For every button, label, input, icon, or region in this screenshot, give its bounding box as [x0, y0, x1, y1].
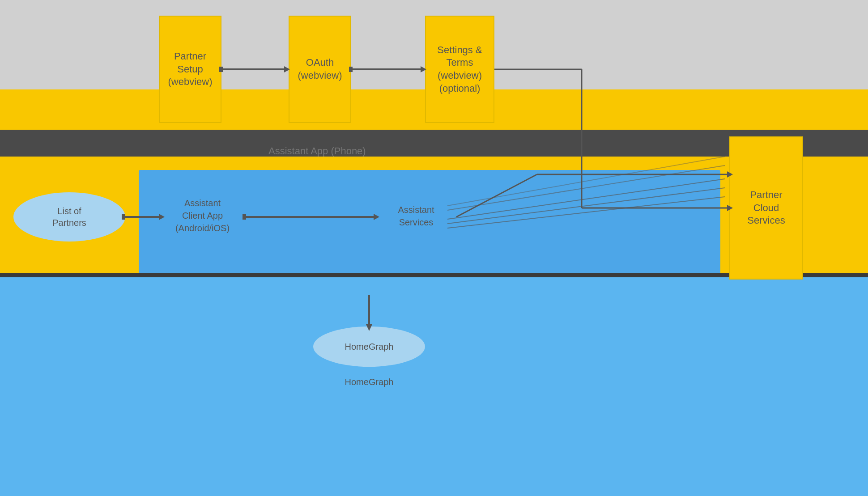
- homegraph-bottom-label: HomeGraph: [313, 376, 425, 388]
- settings-box: Settings & Terms (webview) (optional): [425, 16, 494, 123]
- partners-ellipse: List of Partners: [13, 192, 125, 242]
- settings-label: Settings & Terms (webview) (optional): [437, 44, 482, 95]
- partners-label: List of Partners: [52, 205, 86, 229]
- partner-cloud-box: Partner Cloud Services: [729, 136, 803, 280]
- oauth-label: OAuth (webview): [298, 56, 342, 82]
- assistant-services-label: Assistant Services: [376, 203, 456, 229]
- partner-setup-label: Partner Setup (webview): [168, 50, 212, 89]
- oauth-box: OAuth (webview): [289, 16, 351, 123]
- partner-cloud-label: Partner Cloud Services: [747, 189, 785, 227]
- homegraph-ellipse: HomeGraph: [313, 326, 425, 367]
- partner-setup-box: Partner Setup (webview): [159, 16, 221, 123]
- blue-bottom-area: [0, 277, 868, 496]
- homegraph-ellipse-label: HomeGraph: [345, 341, 394, 352]
- assistant-client-label: Assistant Client App (Android/iOS): [161, 197, 244, 234]
